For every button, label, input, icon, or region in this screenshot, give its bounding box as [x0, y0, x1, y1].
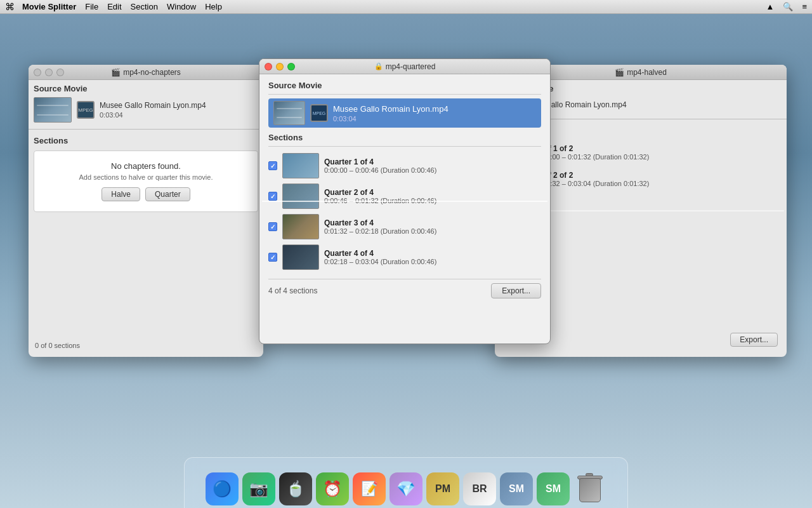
quartered-content: Source Movie MPEG Musee Gallo Romain Lyo… [259, 74, 550, 305]
quarter-4-item: Quarter 4 of 4 0:02:18 – 0:03:04 (Durati… [268, 242, 541, 272]
movie-duration: 0:03:04 [100, 111, 206, 119]
dock-br[interactable]: BR [463, 472, 496, 505]
menu-file[interactable]: File [85, 2, 98, 11]
no-chapters-box: No chapters found. Add sections to halve… [34, 150, 258, 212]
quarter-button[interactable]: Quarter [145, 187, 190, 201]
search-icon[interactable]: 🔍 [783, 2, 793, 11]
dock-crystal[interactable]: 💎 [390, 472, 422, 505]
lock-icon: 🎬 [111, 68, 121, 77]
traffic-lights[interactable] [34, 69, 64, 76]
menu-help[interactable]: Help [205, 2, 222, 11]
no-chapters-sub: Add sections to halve or quarter this mo… [44, 173, 247, 181]
dock-notes[interactable]: 📝 [353, 472, 386, 505]
apple-menu[interactable]: ⌘ [5, 1, 15, 13]
source-movie-label: Source Movie [34, 84, 258, 93]
source-movie-area: Source Movie MPEG Musee Gallo Romain Lyo… [29, 80, 263, 126]
wifi-icon[interactable]: ▲ [766, 2, 775, 11]
no-chapters-text: No chapters found. [44, 161, 247, 171]
dock-bowl[interactable]: 🍵 [279, 472, 312, 505]
minimize-button[interactable] [45, 69, 53, 76]
dock-finder[interactable]: 🔵 [206, 472, 239, 505]
dock-clock[interactable]: ⏰ [316, 472, 349, 505]
app-name[interactable]: Movie Splitter [22, 2, 76, 11]
dock: 🔵 📷 🍵 ⏰ 📝 💎 PM BR SM SM [184, 457, 628, 508]
titlebar-no-chapters: 🎬 mp4-no-chapters [29, 65, 263, 80]
dock-sm2[interactable]: SM [537, 472, 570, 505]
maximize-button[interactable] [56, 69, 64, 76]
dock-pm[interactable]: PM [426, 472, 459, 505]
film-icon: MPEG [77, 101, 95, 119]
menu-edit[interactable]: Edit [107, 2, 121, 11]
movie-info: Musee Gallo Romain Lyon.mp4 0:03:04 [100, 101, 206, 119]
source-movie-item: MPEG Musee Gallo Romain Lyon.mp4 0:03:04 [34, 97, 258, 123]
window-no-chapters-title: mp4-no-chapters [123, 68, 181, 77]
close-button[interactable] [34, 69, 41, 76]
movie-name: Musee Gallo Romain Lyon.mp4 [100, 101, 206, 110]
halve-button[interactable]: Halve [102, 187, 140, 201]
quarter-4-thumb [282, 244, 319, 270]
desktop: 🎬 mp4-no-chapters Source Movie MPEG Muse… [0, 14, 812, 508]
menu-section[interactable]: Section [131, 2, 158, 11]
trash-can-icon [577, 471, 603, 502]
dock-camera[interactable]: 📷 [242, 472, 275, 505]
halved-export-button[interactable]: Export... [730, 333, 778, 347]
dock-sm[interactable]: SM [500, 472, 533, 505]
list-icon[interactable]: ≡ [802, 2, 807, 11]
sections-count-no-chapters: 0 of 0 sections [35, 339, 80, 352]
dock-trash[interactable] [573, 467, 606, 505]
window-no-chapters: 🎬 mp4-no-chapters Source Movie MPEG Muse… [29, 65, 263, 357]
window-quartered: 🔒 mp4-quartered Source Movie MPEG Musee … [259, 58, 551, 344]
menu-window[interactable]: Window [167, 2, 196, 11]
movie-thumbnail [34, 97, 72, 123]
menubar: ⌘ Movie Splitter File Edit Section Windo… [0, 0, 812, 14]
sections-area: Sections No chapters found. Add sections… [29, 132, 263, 221]
sections-label: Sections [34, 136, 258, 145]
